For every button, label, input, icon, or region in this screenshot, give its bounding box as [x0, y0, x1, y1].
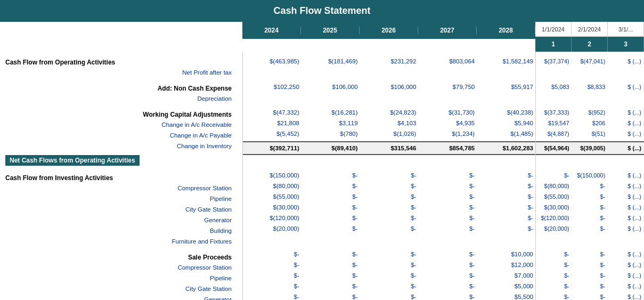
spbld-val-2028: 5,500	[518, 294, 533, 300]
mbld-val-2: -	[604, 215, 606, 221]
np-ds-2028: $ 1,582,149	[477, 58, 535, 64]
spgen-val-2027: -	[472, 283, 475, 289]
non-cash-header: Add: Non Cash Expense	[5, 82, 237, 93]
net-cashflow-label: Net Cash Flows from Operating Activities	[5, 155, 140, 166]
dep-monthly-row: $ 5,083 $ 8,833 $ (...)	[536, 82, 644, 92]
bld-val-2026: -	[414, 215, 417, 221]
mfurn-val-2: -	[604, 225, 606, 232]
change-ap-label: Change in A/c Payable	[5, 130, 237, 141]
mdep-val-1: 5,083	[555, 84, 569, 90]
cg-val-2028: -	[531, 193, 533, 200]
page: Cash Flow Statement 2024 2025 2026 2027 …	[0, 0, 644, 300]
spc-val-2027: -	[472, 251, 475, 257]
sale-proceeds-header: Sale Proceeds	[5, 251, 237, 262]
change-ar-label: Change in A/c Receivable	[5, 119, 237, 130]
ncf-monthly-row: $ (54,964) $ (39,005) $ (...)	[536, 141, 644, 155]
mar-val-1: (37,333)	[548, 109, 569, 116]
comp-monthly-row: $ - $ (150,000) $ (...)	[536, 170, 644, 181]
annual-header-row: 2024 2025 2026 2027 2028	[242, 22, 535, 39]
sp-generator-label: Generator	[5, 294, 237, 300]
gen-val-2024: (30,000)	[276, 204, 299, 210]
np-ds-2025: $ (181,469)	[301, 58, 360, 64]
spgen-val-2026: -	[414, 283, 417, 289]
np-val-2025: (181,469)	[331, 58, 357, 64]
cg-val-2024: (55,000)	[276, 193, 299, 200]
mspgen-val-2: -	[604, 283, 606, 289]
comp-val-2024: (150,000)	[273, 172, 299, 179]
spbld-val-2024: -	[297, 294, 299, 300]
sp-pipeline-label: Pipeline	[5, 273, 237, 283]
sp-generator-annual-row: $ - $ - $ - $ - $ 5,000	[243, 281, 535, 291]
spp-val-2028: 12,000	[515, 262, 533, 268]
ncf-val-2027: 854,785	[453, 145, 475, 151]
ar-val-2025: (16,281)	[335, 109, 358, 116]
change-ap-annual-row: $ 21,808 $ 3,119 $ 4,103 $ 4,935 $ 5,940	[243, 118, 535, 128]
np-val-2027: 803,064	[453, 58, 475, 64]
mspp-val-2: -	[604, 262, 606, 268]
spp-val-2025: -	[356, 262, 358, 268]
comp-val-2027: -	[472, 172, 475, 179]
furn-val-2028: -	[531, 225, 533, 232]
spgen-val-2024: -	[297, 283, 299, 289]
building-label: Building	[5, 225, 237, 236]
mncf-val-1: (54,964)	[548, 145, 569, 151]
page-title: Cash Flow Statement	[0, 0, 644, 22]
spc-val-2025: -	[356, 251, 358, 257]
mnp-val-1: (37,374)	[548, 58, 569, 64]
cg-val-2027: -	[472, 193, 475, 200]
mcomp-val-2: (150,000)	[580, 172, 605, 179]
net-profit-annual-row: $ (463,985) $ (181,469) $ 231,292 $ 803,…	[243, 56, 535, 67]
working-capital-header: Working Capital Adjustments	[5, 108, 237, 119]
furn-val-2026: -	[414, 225, 417, 232]
gen-val-2026: -	[414, 204, 417, 210]
month-num-1: 1	[535, 37, 572, 52]
ar-val-2026: (24,823)	[394, 109, 417, 116]
labels-column: Cash Flow from Operating Activities Net …	[0, 52, 242, 300]
spp-val-2024: -	[297, 262, 299, 268]
mfurn-val-1: (20,000)	[548, 225, 569, 232]
pipe-monthly-row: $ (80,000) $ - $ (...)	[536, 181, 644, 191]
minv-val-1: (4,887)	[551, 131, 569, 137]
spc-monthly-row: $ - $ - $ (...)	[536, 249, 644, 260]
sp-compressor-label: Compressor Station	[5, 262, 237, 273]
map-val-1: 19,547	[551, 120, 569, 126]
inv-val-2024: (5,452)	[280, 131, 299, 137]
mncf-val-2: (39,005)	[583, 145, 605, 151]
mgen-val-2: -	[604, 204, 606, 210]
month-date-1: 1/1/2024	[535, 22, 572, 36]
ncf-val-2028: 1,602,283	[506, 145, 533, 151]
mspbld-val-2: -	[604, 294, 606, 300]
depreciation-annual-row: $ 102,250 $ 106,000 $ 106,000 $ 79,750 $…	[243, 82, 535, 92]
annual-data-section: $ (463,985) $ (181,469) $ 231,292 $ 803,…	[242, 52, 535, 300]
year-header-2024: 2024	[242, 27, 301, 34]
cg-val-2026: -	[414, 193, 417, 200]
np-val-2028: 1,582,149	[506, 58, 533, 64]
mspcg-val-2: -	[604, 272, 606, 279]
change-inv-annual-row: $ (5,452) $ (780) $ (1,026) $ (1,234) $ …	[243, 128, 535, 139]
spbld-val-2027: -	[472, 294, 475, 300]
comp-val-2026: -	[414, 172, 417, 179]
pipeline-label: Pipeline	[5, 193, 237, 204]
year-header-2025: 2025	[301, 27, 360, 34]
pipe-val-2026: -	[414, 183, 417, 189]
bld-val-2024: (120,000)	[273, 215, 299, 221]
spgen-monthly-row: $ - $ - $ (...)	[536, 281, 644, 291]
spgen-val-2025: -	[356, 283, 358, 289]
gen-monthly-row: $ (30,000) $ - $ (...)	[536, 202, 644, 213]
furn-val-2027: -	[472, 225, 475, 232]
month-num-2: 2	[572, 37, 608, 52]
inv-val-2026: (1,026)	[397, 131, 416, 137]
gen-val-2028: -	[531, 204, 533, 210]
monthly-data-section: $ (37,374) $ (47,041) $ (...) $ 5,083 $ …	[535, 52, 644, 300]
inv-val-2028: (1,485)	[514, 131, 533, 137]
generator-annual-row: $ (30,000) $ - $ - $ - $ -	[243, 202, 535, 213]
mcomp-val-1: -	[567, 172, 569, 179]
spc-val-2028: 10,000	[515, 251, 533, 257]
operating-section-header: Cash Flow from Operating Activities	[5, 56, 237, 67]
ap-val-2028: 5,940	[518, 120, 533, 126]
mspbld-val-1: -	[567, 294, 569, 300]
year-header-2026: 2026	[360, 27, 418, 34]
dep-val-2026: 106,000	[394, 84, 417, 90]
spc-val-2024: -	[297, 251, 299, 257]
spcg-val-2024: -	[297, 272, 299, 279]
